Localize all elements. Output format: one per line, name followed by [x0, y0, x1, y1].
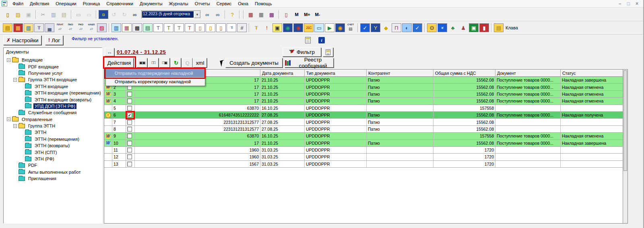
- row-checkbox[interactable]: [127, 92, 132, 97]
- calculator-icon[interactable]: ▦: [246, 10, 256, 19]
- expand-collapse-icon[interactable]: −: [13, 124, 17, 128]
- abacus-icon[interactable]: ▦: [122, 23, 132, 32]
- column-header-6[interactable]: Тип документа: [305, 70, 367, 77]
- vertical-scrollbar[interactable]: [623, 70, 627, 223]
- diamond-icon[interactable]: ◆: [381, 23, 391, 32]
- create-documents-button[interactable]: Создать документы: [225, 58, 283, 68]
- table-row[interactable]: W96387016.10.25UPDDOPPR157558Поступление…: [104, 133, 627, 140]
- schet-doc-icon[interactable]: СЧЕТ▤: [346, 23, 355, 32]
- table-row[interactable]: 12196031.03.25UPDDOPPR1720: [104, 154, 627, 160]
- globe-moon-icon[interactable]: ◐: [402, 23, 412, 32]
- sidebar-item-9[interactable]: Служебные сообщения: [5, 109, 102, 116]
- actions-button[interactable]: Действия: [105, 58, 134, 68]
- table-row[interactable]: W41721.10.25UPDDOPPRПатио15562.08Поступл…: [104, 98, 627, 105]
- date-range-link[interactable]: 01.07.24 - 31.12.25: [117, 49, 166, 55]
- quick-filter-combobox[interactable]: 12.2023 (5 дней отсрочка▼: [141, 10, 201, 18]
- column-header-5[interactable]: Дата документа: [260, 70, 305, 77]
- table-row[interactable]: 822313123131257727.08.25UPDDOPPRПатио155…: [104, 126, 627, 133]
- sidebar-item-12[interactable]: ЭТТН: [5, 129, 102, 136]
- table-row[interactable]: W101721.10.25UPDDOPPRПатио15562.08Поступ…: [104, 140, 627, 147]
- menubar-item-2[interactable]: Действия: [27, 0, 52, 7]
- message-registry-button[interactable]: Реестр сообщений: [285, 58, 334, 68]
- exit-door-icon[interactable]: ▮: [479, 23, 489, 32]
- column-header-8[interactable]: Общая сумма с НДС: [433, 70, 495, 77]
- menubar-item-1[interactable]: Файл: [9, 0, 27, 7]
- rubik-cube-icon[interactable]: ▦: [13, 23, 23, 32]
- cash-register-icon[interactable]: ▄: [45, 23, 54, 32]
- doc-copy-icon[interactable]: ▯: [195, 23, 205, 32]
- menubar-item-4[interactable]: Розница: [80, 0, 103, 7]
- help-icon[interactable]: ?: [227, 10, 237, 19]
- sidebar-item-10[interactable]: −Отправленные: [5, 116, 102, 123]
- xml-button[interactable]: xml: [193, 58, 207, 68]
- row-checkbox[interactable]: [127, 120, 132, 125]
- preview-button[interactable]: Q: [182, 58, 192, 68]
- column-header-7[interactable]: Контрагент: [367, 70, 433, 77]
- globe-bird-icon[interactable]: Y: [371, 23, 380, 32]
- sidebar-item-1[interactable]: −Входящие: [5, 57, 102, 63]
- context-menu-item-1[interactable]: Отправить подтверждение накладной: [106, 69, 205, 77]
- menubar-item-8[interactable]: Отчеты: [192, 0, 213, 7]
- row-checkbox[interactable]: [127, 106, 132, 111]
- restore-button[interactable]: □: [627, 1, 630, 6]
- date-range-button[interactable]: ↔: [105, 48, 114, 56]
- sidebar-item-8[interactable]: УПД ДОП (ЭТН РФ): [5, 103, 102, 109]
- log-button[interactable]: ! Лог: [45, 35, 63, 45]
- uncheck-all-button[interactable]: □□: [148, 58, 159, 68]
- sidebar-item-14[interactable]: ЭТТН (возвраты): [5, 142, 102, 149]
- close-button[interactable]: ×: [636, 1, 638, 6]
- clock-globe-icon[interactable]: Θ: [427, 23, 437, 32]
- settings-button[interactable]: ✗ Настройки: [3, 35, 41, 45]
- sidebar-item-19[interactable]: Приглашения: [5, 175, 102, 182]
- keyboard-icon[interactable]: ▤: [494, 23, 504, 32]
- find-icon[interactable]: ∞: [130, 10, 140, 19]
- invoice-doc-icon[interactable]: НАКЛ▱: [87, 23, 96, 32]
- doc-t-cyan-icon[interactable]: T: [174, 23, 184, 32]
- cut-icon[interactable]: ✂: [38, 10, 48, 19]
- sidebar-item-13[interactable]: ЭТТН (перемещения): [5, 136, 102, 142]
- sidebar-item-5[interactable]: ЭТТН входящие: [5, 83, 102, 90]
- table-row[interactable]: W31721.10.25UPDDOPPRПатио15562.08Поступл…: [104, 91, 627, 98]
- sidebar-item-3[interactable]: Получение услуг: [5, 70, 102, 76]
- exclamation-icon[interactable]: !: [262, 23, 272, 32]
- expand-collapse-icon[interactable]: −: [13, 78, 17, 82]
- trees-icon[interactable]: ♣: [448, 23, 458, 32]
- expand-collapse-icon[interactable]: −: [7, 117, 10, 121]
- row-checkbox[interactable]: [127, 134, 132, 138]
- bank-icon[interactable]: Π: [392, 23, 401, 32]
- sidebar-item-2[interactable]: PDF входящие: [5, 63, 102, 70]
- menubar-item-6[interactable]: Документы: [136, 0, 166, 7]
- sidebar-item-18[interactable]: Акты выполненных работ: [5, 169, 102, 175]
- print-preview-icon[interactable]: ▭: [84, 10, 94, 19]
- refresh-button[interactable]: ↻: [171, 58, 181, 68]
- row-checkbox[interactable]: [127, 148, 132, 152]
- checkerboard-icon[interactable]: ▩: [132, 23, 142, 32]
- menubar-item-5[interactable]: Справочники: [103, 0, 136, 7]
- menubar-item-10[interactable]: Окна: [235, 0, 252, 7]
- notebook-icon[interactable]: ▯: [281, 10, 291, 19]
- key-icon[interactable]: ¤: [99, 10, 108, 19]
- invert-check-button[interactable]: □▣: [159, 58, 170, 68]
- find-person-icon[interactable]: ∞: [202, 10, 212, 19]
- table-row[interactable]: !6✓6164874351222222227.08.25UPDDOPPRПати…: [104, 112, 627, 119]
- menubar-item-9[interactable]: Сервис: [213, 0, 235, 7]
- rko-doc-icon[interactable]: РКО▱: [76, 23, 86, 32]
- column-header-9[interactable]: Документ: [495, 70, 561, 77]
- redo-icon[interactable]: ↻: [120, 10, 129, 19]
- table-row[interactable]: 722313123131257727.08.25UPDDOPPRПатио155…: [104, 119, 627, 125]
- doc-t-green-icon[interactable]: T: [164, 23, 173, 32]
- menubar-item-3[interactable]: Операции: [52, 0, 79, 7]
- new-document-icon[interactable]: ▯: [3, 10, 12, 19]
- scrollbar-thumb[interactable]: [623, 70, 627, 171]
- sidebar-item-6[interactable]: ЭТТН входящие (перемещения): [5, 90, 102, 96]
- table-row[interactable]: 11196031.03.25UPDDOPPR1720: [104, 147, 627, 154]
- info-button[interactable]: i: [316, 35, 327, 45]
- row-checkbox[interactable]: [127, 99, 132, 103]
- railroad-icon[interactable]: #: [237, 23, 247, 32]
- row-checkbox[interactable]: [127, 127, 132, 131]
- sidebar-item-15[interactable]: ЭТН (СПТ): [5, 149, 102, 155]
- save-icon[interactable]: ▣: [24, 10, 33, 19]
- doc-chart-icon[interactable]: ▯: [206, 23, 215, 32]
- doc-ti-icon[interactable]: Ti: [227, 23, 236, 32]
- sidebar-item-7[interactable]: ЭТТН входящие (возвраты): [5, 96, 102, 103]
